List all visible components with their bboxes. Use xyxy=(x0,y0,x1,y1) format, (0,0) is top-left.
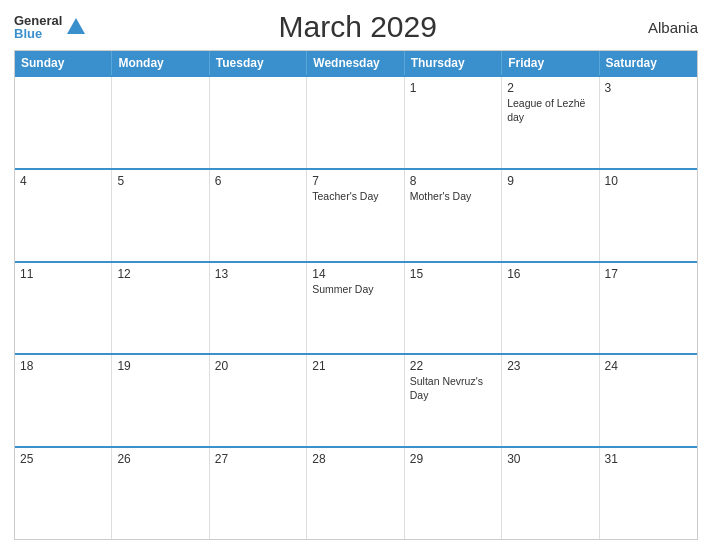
header: General Blue March 2029 Albania xyxy=(14,10,698,44)
cal-cell: 2League of Lezhë day xyxy=(502,77,599,168)
event-text: Sultan Nevruz's Day xyxy=(410,375,496,402)
cal-cell: 9 xyxy=(502,170,599,261)
cal-cell: 7Teacher's Day xyxy=(307,170,404,261)
calendar: SundayMondayTuesdayWednesdayThursdayFrid… xyxy=(14,50,698,540)
day-number: 8 xyxy=(410,174,496,188)
cal-cell: 1 xyxy=(405,77,502,168)
country-label: Albania xyxy=(628,19,698,36)
day-number: 19 xyxy=(117,359,203,373)
cal-cell: 11 xyxy=(15,263,112,354)
day-number: 2 xyxy=(507,81,593,95)
cal-cell: 30 xyxy=(502,448,599,539)
logo: General Blue xyxy=(14,14,87,40)
event-text: League of Lezhë day xyxy=(507,97,593,124)
cal-cell: 24 xyxy=(600,355,697,446)
day-number: 24 xyxy=(605,359,692,373)
cal-cell: 6 xyxy=(210,170,307,261)
cal-cell: 5 xyxy=(112,170,209,261)
page: General Blue March 2029 Albania SundayMo… xyxy=(0,0,712,550)
day-number: 21 xyxy=(312,359,398,373)
cal-cell xyxy=(307,77,404,168)
cal-header-thursday: Thursday xyxy=(405,51,502,75)
cal-header-monday: Monday xyxy=(112,51,209,75)
cal-header-wednesday: Wednesday xyxy=(307,51,404,75)
cal-week-2: 11121314Summer Day151617 xyxy=(15,261,697,354)
cal-cell: 16 xyxy=(502,263,599,354)
day-number: 28 xyxy=(312,452,398,466)
cal-cell: 3 xyxy=(600,77,697,168)
cal-cell: 13 xyxy=(210,263,307,354)
day-number: 4 xyxy=(20,174,106,188)
day-number: 13 xyxy=(215,267,301,281)
day-number: 26 xyxy=(117,452,203,466)
day-number: 3 xyxy=(605,81,692,95)
day-number: 22 xyxy=(410,359,496,373)
svg-marker-0 xyxy=(67,18,85,34)
day-number: 15 xyxy=(410,267,496,281)
cal-week-1: 4567Teacher's Day8Mother's Day910 xyxy=(15,168,697,261)
cal-header-saturday: Saturday xyxy=(600,51,697,75)
day-number: 27 xyxy=(215,452,301,466)
cal-week-0: 12League of Lezhë day3 xyxy=(15,75,697,168)
cal-cell: 19 xyxy=(112,355,209,446)
day-number: 1 xyxy=(410,81,496,95)
cal-cell: 21 xyxy=(307,355,404,446)
month-title: March 2029 xyxy=(87,10,628,44)
cal-week-4: 25262728293031 xyxy=(15,446,697,539)
event-text: Mother's Day xyxy=(410,190,496,204)
day-number: 25 xyxy=(20,452,106,466)
cal-header-sunday: Sunday xyxy=(15,51,112,75)
cal-cell: 26 xyxy=(112,448,209,539)
cal-week-3: 1819202122Sultan Nevruz's Day2324 xyxy=(15,353,697,446)
cal-cell: 8Mother's Day xyxy=(405,170,502,261)
day-number: 6 xyxy=(215,174,301,188)
cal-cell: 27 xyxy=(210,448,307,539)
day-number: 20 xyxy=(215,359,301,373)
cal-header-tuesday: Tuesday xyxy=(210,51,307,75)
cal-cell: 23 xyxy=(502,355,599,446)
cal-cell: 25 xyxy=(15,448,112,539)
logo-blue-text: Blue xyxy=(14,27,62,40)
day-number: 18 xyxy=(20,359,106,373)
day-number: 16 xyxy=(507,267,593,281)
day-number: 10 xyxy=(605,174,692,188)
cal-header-friday: Friday xyxy=(502,51,599,75)
day-number: 7 xyxy=(312,174,398,188)
day-number: 5 xyxy=(117,174,203,188)
day-number: 17 xyxy=(605,267,692,281)
calendar-body: 12League of Lezhë day34567Teacher's Day8… xyxy=(15,75,697,539)
calendar-header-row: SundayMondayTuesdayWednesdayThursdayFrid… xyxy=(15,51,697,75)
cal-cell: 15 xyxy=(405,263,502,354)
cal-cell xyxy=(210,77,307,168)
cal-cell: 22Sultan Nevruz's Day xyxy=(405,355,502,446)
day-number: 14 xyxy=(312,267,398,281)
cal-cell: 29 xyxy=(405,448,502,539)
cal-cell: 18 xyxy=(15,355,112,446)
day-number: 29 xyxy=(410,452,496,466)
day-number: 11 xyxy=(20,267,106,281)
logo-icon xyxy=(65,16,87,38)
cal-cell xyxy=(112,77,209,168)
cal-cell: 10 xyxy=(600,170,697,261)
day-number: 23 xyxy=(507,359,593,373)
cal-cell: 17 xyxy=(600,263,697,354)
cal-cell: 4 xyxy=(15,170,112,261)
event-text: Teacher's Day xyxy=(312,190,398,204)
cal-cell xyxy=(15,77,112,168)
day-number: 12 xyxy=(117,267,203,281)
cal-cell: 12 xyxy=(112,263,209,354)
cal-cell: 14Summer Day xyxy=(307,263,404,354)
cal-cell: 31 xyxy=(600,448,697,539)
cal-cell: 20 xyxy=(210,355,307,446)
cal-cell: 28 xyxy=(307,448,404,539)
event-text: Summer Day xyxy=(312,283,398,297)
day-number: 31 xyxy=(605,452,692,466)
day-number: 30 xyxy=(507,452,593,466)
day-number: 9 xyxy=(507,174,593,188)
